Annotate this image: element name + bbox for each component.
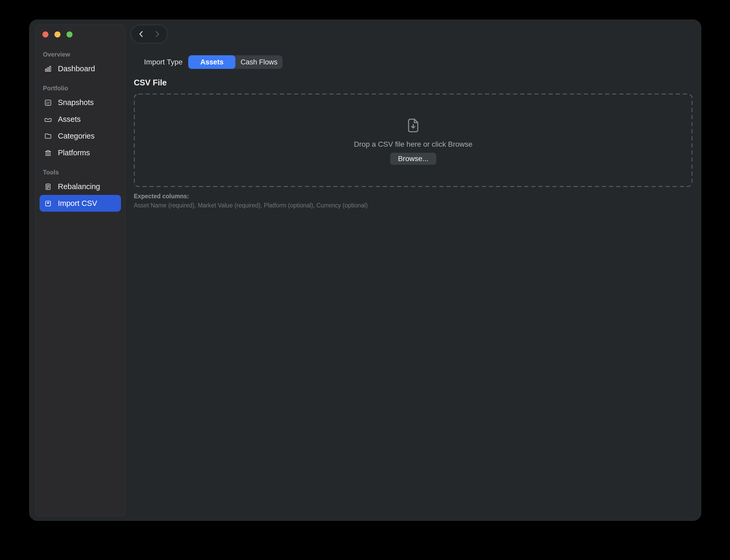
- sidebar: Overview Dashboard Portfolio: [35, 25, 125, 516]
- file-download-icon: [404, 116, 422, 136]
- sidebar-item-dashboard[interactable]: Dashboard: [40, 60, 121, 77]
- sidebar-item-snapshots[interactable]: Snapshots: [40, 94, 121, 111]
- import-arrow-icon: [43, 199, 52, 208]
- expected-columns-label: Expected columns:: [134, 193, 367, 200]
- sidebar-nav: Overview Dashboard Portfolio: [35, 51, 125, 212]
- inbox-tray-icon: [43, 115, 52, 124]
- csv-dropzone[interactable]: Drop a CSV file here or click Browse Bro…: [134, 94, 693, 187]
- sidebar-item-assets[interactable]: Assets: [40, 111, 121, 128]
- import-type-segmented-control: Assets Cash Flows: [188, 55, 283, 69]
- minimize-button[interactable]: [54, 31, 61, 37]
- chevron-right-icon: [153, 30, 162, 39]
- document-lines-icon: [43, 182, 52, 191]
- sidebar-item-label: Dashboard: [58, 64, 95, 73]
- main-content: Import Type Assets Cash Flows CSV File: [125, 20, 701, 520]
- chevron-left-icon: [137, 30, 146, 39]
- sidebar-item-label: Snapshots: [58, 98, 94, 107]
- forward-button[interactable]: [152, 29, 162, 39]
- history-nav: [131, 25, 168, 43]
- expected-columns: Expected columns: Asset Name (required),…: [134, 193, 367, 209]
- segment-assets[interactable]: Assets: [188, 55, 235, 69]
- sidebar-item-label: Rebalancing: [58, 182, 100, 191]
- section-label-overview: Overview: [43, 51, 121, 58]
- sidebar-item-label: Platforms: [58, 149, 90, 157]
- window-controls: [35, 25, 125, 37]
- import-type-row: Import Type Assets Cash Flows: [144, 55, 283, 69]
- expected-columns-value: Asset Name (required), Market Value (req…: [134, 202, 367, 209]
- section-label-portfolio: Portfolio: [43, 85, 121, 92]
- dropzone-message: Drop a CSV file here or click Browse: [354, 140, 472, 149]
- folder-icon: [43, 131, 52, 140]
- bank-columns-icon: [43, 148, 52, 157]
- sidebar-item-label: Assets: [58, 115, 81, 124]
- bar-chart-icon: [43, 64, 52, 73]
- browse-button[interactable]: Browse...: [390, 153, 436, 165]
- back-button[interactable]: [137, 29, 146, 39]
- sidebar-item-label: Categories: [58, 132, 95, 140]
- sidebar-item-import-csv[interactable]: Import CSV: [40, 195, 121, 212]
- sidebar-item-rebalancing[interactable]: Rebalancing: [40, 178, 121, 195]
- csv-file-heading: CSV File: [134, 78, 167, 87]
- sidebar-item-platforms[interactable]: Platforms: [40, 144, 121, 161]
- close-button[interactable]: [42, 31, 48, 37]
- dropzone-content: Drop a CSV file here or click Browse Bro…: [134, 94, 693, 187]
- calendar-icon: [43, 98, 52, 107]
- sidebar-item-categories[interactable]: Categories: [40, 128, 121, 144]
- zoom-button[interactable]: [67, 31, 73, 37]
- app-window: Overview Dashboard Portfolio: [29, 20, 701, 521]
- import-type-label: Import Type: [144, 58, 183, 66]
- sidebar-item-label: Import CSV: [58, 199, 97, 208]
- segment-cash-flows[interactable]: Cash Flows: [235, 55, 283, 69]
- section-label-tools: Tools: [43, 169, 121, 176]
